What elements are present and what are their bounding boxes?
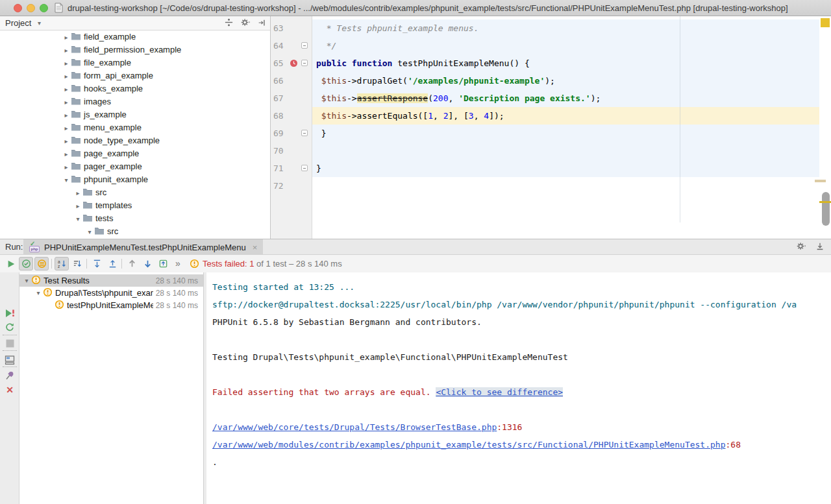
- chevron-down-icon[interactable]: ▾: [22, 277, 31, 284]
- zoom-window-button[interactable]: [40, 4, 48, 12]
- show-passed-toggle[interactable]: [19, 257, 33, 270]
- close-tab-icon[interactable]: ×: [253, 243, 258, 252]
- chevron-right-icon[interactable]: ▸: [62, 135, 71, 148]
- project-panel-header[interactable]: Project ▾: [0, 16, 270, 30]
- project-tree-item[interactable]: ▸file_example: [0, 56, 271, 69]
- chevron-right-icon[interactable]: ▸: [62, 148, 71, 161]
- code-line[interactable]: public function testPhpUnitExampleMenu()…: [316, 54, 530, 72]
- editor-scrollbar-thumb[interactable]: [822, 192, 830, 226]
- rerun-failed-tests-button[interactable]: [4, 307, 16, 319]
- expand-all-button[interactable]: [90, 257, 104, 270]
- test-result-row[interactable]: ▾Test Results28 s 140 ms: [19, 274, 203, 287]
- more-actions-chevron[interactable]: »: [175, 255, 181, 272]
- chevron-right-icon[interactable]: ▸: [62, 57, 71, 70]
- gear-icon[interactable]: [240, 18, 251, 29]
- fold-marker-icon[interactable]: [301, 130, 308, 136]
- rerun-tests-button[interactable]: [4, 257, 18, 270]
- error-stripe-deprecation-mark[interactable]: [815, 180, 826, 182]
- chevron-right-icon[interactable]: ▸: [62, 161, 71, 174]
- chevron-right-icon[interactable]: ▸: [73, 187, 82, 200]
- project-tree-item[interactable]: ▸page_example: [0, 147, 271, 160]
- folder-icon: [71, 110, 84, 119]
- error-stripe-warning-mark[interactable]: [821, 18, 830, 27]
- chevron-down-icon[interactable]: ▾: [62, 174, 71, 187]
- minimize-window-button[interactable]: [27, 4, 35, 12]
- fold-marker-icon[interactable]: [301, 165, 308, 171]
- project-tree-item[interactable]: ▾src: [0, 225, 271, 238]
- test-warning-icon: [31, 275, 41, 287]
- console-link[interactable]: <Click to see difference>: [436, 387, 563, 397]
- project-tree-item[interactable]: ▸templates: [0, 199, 271, 212]
- import-test-results-button[interactable]: [156, 257, 170, 270]
- project-tree-item[interactable]: ▾phpunit_example: [0, 173, 271, 186]
- hide-tool-window-icon[interactable]: [815, 242, 825, 253]
- chevron-right-icon[interactable]: ▸: [62, 96, 71, 109]
- chevron-right-icon[interactable]: ▸: [62, 44, 71, 57]
- code-line[interactable]: * Tests phpunit_example menus.: [316, 19, 478, 37]
- chevron-down-icon[interactable]: ▾: [85, 226, 94, 239]
- code-line[interactable]: $this->assertEquals([1, 2], [3, 4]);: [316, 107, 504, 125]
- chevron-right-icon[interactable]: ▸: [62, 122, 71, 135]
- folder-label: menu_example: [84, 123, 142, 132]
- pin-tab-button[interactable]: [4, 370, 16, 381]
- failed-test-gutter-icon[interactable]: [290, 59, 298, 69]
- sort-by-duration-button[interactable]: [70, 257, 84, 270]
- code-token: [316, 111, 321, 121]
- code-line[interactable]: */: [316, 37, 336, 54]
- code-token: 200: [433, 93, 448, 103]
- run-configuration-tab[interactable]: php✓ PHPUnitExampleMenuTest.testPhpUnitE…: [23, 239, 263, 255]
- locate-file-icon[interactable]: [224, 18, 234, 29]
- console-text: :1316: [497, 422, 522, 432]
- project-tree-item[interactable]: ▸field_permission_example: [0, 43, 271, 56]
- close-button[interactable]: ✕: [4, 384, 16, 396]
- panel-divider[interactable]: [203, 272, 204, 504]
- code-editor[interactable]: 63646566676869707172 * Tests phpunit_exa…: [271, 16, 831, 239]
- test-result-row[interactable]: testPhpUnitExampleMenu28 s 140 ms: [19, 299, 203, 311]
- chevron-right-icon[interactable]: ▸: [62, 83, 71, 96]
- project-tree-item[interactable]: ▾tests: [0, 212, 271, 225]
- code-line[interactable]: }: [316, 160, 321, 177]
- gear-icon[interactable]: [796, 241, 806, 253]
- code-line[interactable]: }: [316, 125, 327, 142]
- rerun-button[interactable]: [4, 322, 16, 333]
- project-tree-item[interactable]: ▸field_example: [0, 30, 271, 43]
- previous-failed-test-button[interactable]: [125, 257, 139, 270]
- test-console-output[interactable]: Testing started at 13:25 ...sftp://docke…: [206, 272, 831, 504]
- console-link[interactable]: /var/www/web/core/tests/Drupal/Tests/Bro…: [212, 422, 497, 432]
- show-ignored-toggle[interactable]: [34, 257, 49, 270]
- error-stripe-caret-mark[interactable]: [819, 201, 831, 203]
- project-tree-item[interactable]: ▸node_type_example: [0, 134, 271, 147]
- stop-button[interactable]: [4, 337, 16, 349]
- close-window-button[interactable]: [14, 4, 22, 12]
- restore-layout-button[interactable]: [4, 354, 16, 366]
- fold-marker-icon[interactable]: [301, 42, 308, 49]
- folder-icon: [71, 174, 84, 184]
- project-tree-item[interactable]: ▸js_example: [0, 108, 271, 121]
- chevron-right-icon[interactable]: ▸: [62, 109, 71, 122]
- code-token: }: [316, 163, 321, 173]
- chevron-right-icon[interactable]: ▸: [62, 70, 71, 83]
- chevron-down-icon[interactable]: ▾: [38, 16, 41, 30]
- fold-marker-icon[interactable]: [301, 60, 308, 66]
- project-tree-item[interactable]: ▸pager_example: [0, 160, 271, 173]
- folder-icon: [71, 123, 84, 132]
- chevron-right-icon[interactable]: ▸: [62, 31, 71, 44]
- console-link[interactable]: /var/www/web/modules/contrib/examples/ph…: [212, 440, 726, 450]
- project-tree-item[interactable]: ▸hooks_example: [0, 82, 271, 95]
- code-line[interactable]: $this->drupalGet('/examples/phpunit-exam…: [316, 72, 555, 90]
- hide-panel-icon[interactable]: [257, 18, 266, 29]
- project-tree-item[interactable]: ▸src: [0, 186, 271, 199]
- code-line[interactable]: $this->assertResponse(200, 'Description …: [316, 90, 601, 107]
- project-tree-item[interactable]: ▸images: [0, 95, 271, 108]
- sort-alphabetically-toggle[interactable]: az: [55, 257, 69, 270]
- chevron-down-icon[interactable]: ▾: [73, 213, 82, 226]
- chevron-down-icon[interactable]: ▾: [34, 289, 43, 296]
- next-failed-test-button[interactable]: [140, 257, 155, 270]
- console-line: PHPUnit 6.5.8 by Sebastian Bergmann and …: [212, 313, 831, 331]
- project-tree-item[interactable]: ▸menu_example: [0, 121, 271, 134]
- collapse-all-button[interactable]: [105, 257, 119, 270]
- line-number: 63: [273, 19, 290, 37]
- chevron-right-icon[interactable]: ▸: [73, 200, 82, 213]
- test-result-row[interactable]: ▾Drupal\Tests\phpunit_example\Functional…: [19, 287, 203, 299]
- project-tree-item[interactable]: ▸form_api_example: [0, 69, 271, 82]
